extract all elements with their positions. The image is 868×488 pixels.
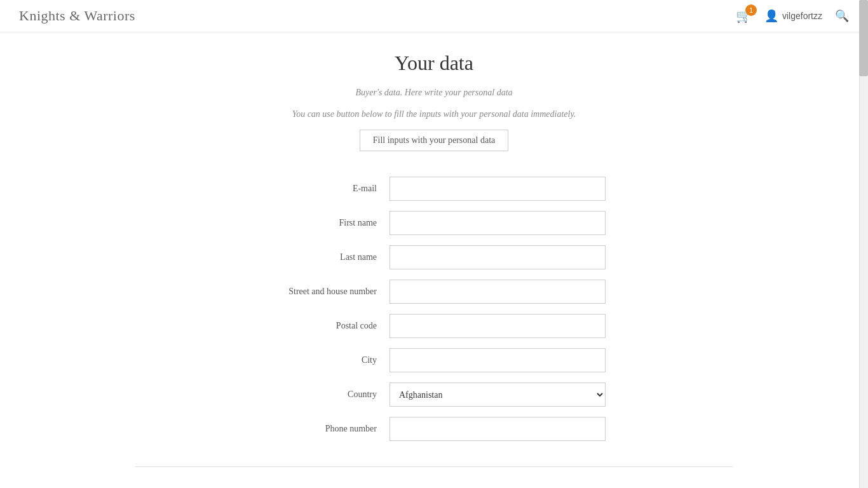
city-input[interactable]: [390, 348, 606, 372]
section-divider: [135, 466, 733, 467]
header-actions: 🛒 1 👤 vilgefortzz 🔍: [736, 8, 849, 24]
scrollbar-thumb[interactable]: [859, 0, 868, 76]
city-row: City: [135, 348, 733, 372]
header: Knights & Warriors 🛒 1 👤 vilgefortzz 🔍: [0, 0, 868, 32]
search-icon[interactable]: 🔍: [835, 9, 849, 23]
email-label: E-mail: [262, 184, 390, 194]
postal-label: Postal code: [262, 321, 390, 331]
postal-row: Postal code: [135, 314, 733, 338]
country-select[interactable]: Afghanistan Albania Algeria Andorra Ango…: [390, 383, 606, 407]
lastname-row: Last name: [135, 245, 733, 269]
country-row: Country Afghanistan Albania Algeria Ando…: [135, 383, 733, 407]
scrollbar-track[interactable]: [859, 0, 868, 488]
email-input[interactable]: [390, 177, 606, 201]
fill-instruction: You can use button below to fill the inp…: [135, 109, 733, 119]
personal-data-form: E-mail First name Last name Street and h…: [135, 177, 733, 441]
phone-label: Phone number: [262, 424, 390, 434]
fill-personal-data-button[interactable]: Fill inputs with your personal data: [360, 130, 508, 151]
page-title: Your data: [135, 51, 733, 75]
main-content: Your data Buyer's data. Here write your …: [123, 32, 745, 488]
phone-input[interactable]: [390, 417, 606, 441]
user-menu[interactable]: 👤 vilgefortzz: [764, 9, 822, 23]
cart-badge: 1: [745, 4, 757, 16]
street-input[interactable]: [390, 280, 606, 304]
page-subtitle: Buyer's data. Here write your personal d…: [135, 88, 733, 98]
user-icon: 👤: [764, 9, 778, 23]
street-row: Street and house number: [135, 280, 733, 304]
country-label: Country: [262, 390, 390, 400]
street-label: Street and house number: [262, 287, 390, 297]
cart-button[interactable]: 🛒 1: [736, 8, 752, 24]
username-label: vilgefortzz: [782, 11, 822, 21]
lastname-label: Last name: [262, 252, 390, 262]
firstname-label: First name: [262, 218, 390, 228]
lastname-input[interactable]: [390, 245, 606, 269]
firstname-input[interactable]: [390, 211, 606, 235]
postal-input[interactable]: [390, 314, 606, 338]
site-logo[interactable]: Knights & Warriors: [19, 8, 135, 24]
email-row: E-mail: [135, 177, 733, 201]
city-label: City: [262, 355, 390, 365]
firstname-row: First name: [135, 211, 733, 235]
phone-row: Phone number: [135, 417, 733, 441]
